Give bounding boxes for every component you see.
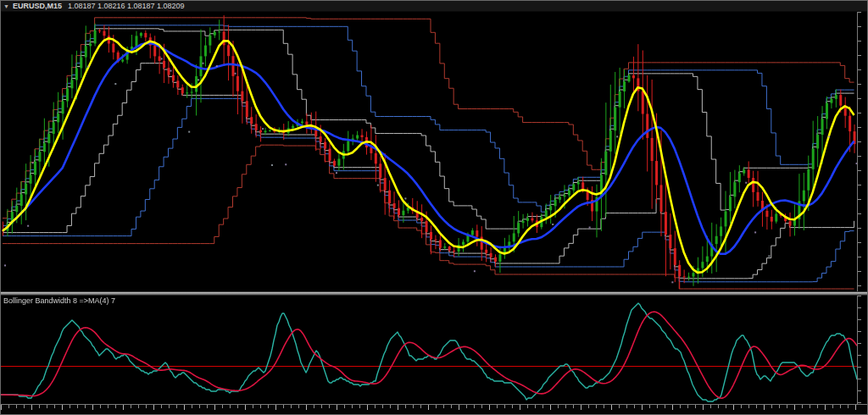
bollinger-bandwidth-chart[interactable] xyxy=(1,296,857,404)
price-scale-gutter[interactable] xyxy=(857,12,867,291)
main-price-chart[interactable] xyxy=(1,12,857,291)
indicator-scale-gutter[interactable] xyxy=(857,296,867,404)
price-scale-ticks xyxy=(858,12,861,291)
main-chart-row xyxy=(1,12,867,291)
ohlc-quote-values: 1.08187 1.08216 1.08187 1.08209 xyxy=(68,1,185,12)
time-axis-ticks xyxy=(1,405,857,410)
indicator-scale-ticks xyxy=(858,296,861,404)
symbol-dropdown-icon[interactable]: ▼ xyxy=(3,0,9,11)
indicator-subwindow-row: Bollinger Bandwidth 8 =>MA(4) 7 xyxy=(1,296,867,404)
symbol-timeframe-label: EURUSD,M15 xyxy=(13,1,62,12)
chart-titlebar[interactable]: ▼ EURUSD,M15 1.08187 1.08216 1.08187 1.0… xyxy=(1,1,867,12)
chart-window: ▼ EURUSD,M15 1.08187 1.08216 1.08187 1.0… xyxy=(0,0,868,415)
time-axis-bar[interactable] xyxy=(1,404,867,414)
